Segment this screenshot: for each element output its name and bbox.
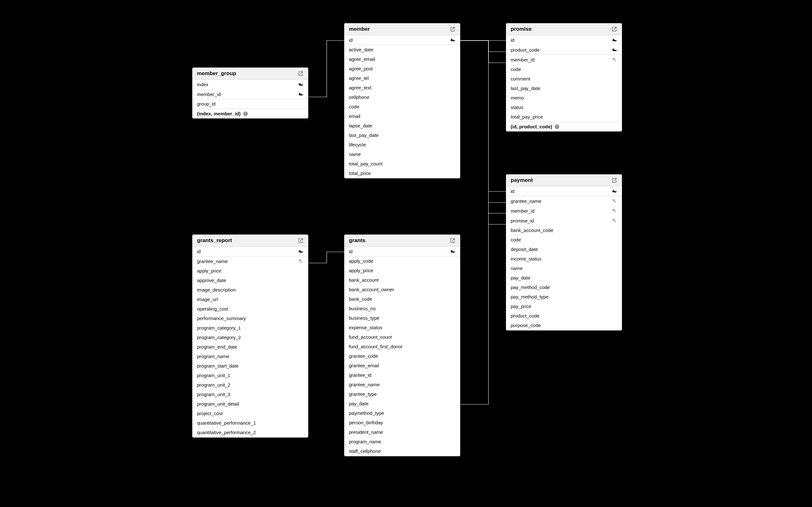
column-row[interactable]: member_id (506, 206, 622, 216)
column-row[interactable]: active_date (345, 45, 460, 55)
column-row[interactable]: fund_account_first_donor (345, 342, 460, 351)
open-external-icon[interactable] (612, 177, 617, 183)
column-row[interactable]: group_id (193, 99, 308, 109)
column-row[interactable]: grantee_email (345, 361, 460, 371)
column-row[interactable]: program_category_2 (193, 333, 308, 342)
column-row[interactable]: pay_method_code (506, 283, 622, 292)
column-row[interactable]: approve_date (193, 276, 308, 285)
column-row[interactable]: comment (506, 74, 622, 83)
table-grants[interactable]: grants idapply_codeapply_pricebank_accou… (344, 234, 460, 456)
column-row[interactable]: memo (506, 93, 622, 103)
column-name: program_category_1 (197, 325, 304, 331)
open-external-icon[interactable] (298, 71, 304, 76)
erd-canvas[interactable]: member_group indexmember_idgroup_id (ind… (0, 0, 812, 507)
column-row[interactable]: image_description (193, 285, 308, 295)
column-row[interactable]: product_code (506, 45, 622, 55)
column-row[interactable]: email (345, 112, 460, 121)
column-row[interactable]: program_name (345, 437, 460, 447)
column-row[interactable]: performance_summary (193, 314, 308, 323)
column-row[interactable]: apply_code (345, 257, 460, 266)
column-row[interactable]: bank_account_code (506, 226, 622, 235)
column-row[interactable]: apply_price (193, 266, 308, 276)
column-row[interactable]: income_status (506, 254, 622, 264)
column-row[interactable]: operating_cost (193, 304, 308, 314)
column-row[interactable]: agree_tel (345, 73, 460, 83)
column-row[interactable]: index (193, 79, 308, 89)
column-row[interactable]: pay_price (506, 302, 622, 311)
column-row[interactable]: grantee_name (506, 196, 622, 206)
column-row[interactable]: project_cost (193, 409, 308, 418)
column-row[interactable]: member_id (506, 55, 622, 65)
column-row[interactable]: status (506, 103, 622, 112)
column-row[interactable]: total_pay_count (345, 159, 460, 169)
column-row[interactable]: grantee_name (345, 380, 460, 389)
info-icon[interactable]: i (555, 124, 559, 129)
column-row[interactable]: program_start_date (193, 361, 308, 371)
table-member-group[interactable]: member_group indexmember_idgroup_id (ind… (192, 67, 308, 118)
column-row[interactable]: bank_account (345, 275, 460, 285)
column-row[interactable]: program_category_1 (193, 323, 308, 333)
column-row[interactable]: id (345, 246, 460, 257)
column-row[interactable]: last_pay_date (506, 83, 622, 93)
column-row[interactable]: program_unit_3 (193, 390, 308, 399)
column-row[interactable]: president_name (345, 428, 460, 437)
table-promise[interactable]: promise idproduct_codemember_idcodecomme… (506, 23, 622, 131)
column-row[interactable]: program_unit_detail (193, 399, 308, 409)
column-row[interactable]: id (193, 246, 308, 257)
column-row[interactable]: quantitative_performance_1 (193, 418, 308, 428)
column-row[interactable]: id (345, 35, 460, 45)
table-payment[interactable]: payment idgrantee_namemember_idpromise_i… (506, 174, 622, 331)
column-row[interactable]: agree_email (345, 55, 460, 64)
column-row[interactable]: promise_id (506, 216, 622, 226)
column-row[interactable]: pay_method_type (506, 292, 622, 302)
column-row[interactable]: total_price (345, 169, 460, 178)
column-row[interactable]: code (506, 235, 622, 245)
open-external-icon[interactable] (298, 238, 304, 243)
column-row[interactable]: program_unit_2 (193, 380, 308, 390)
column-row[interactable]: id (506, 35, 622, 45)
column-row[interactable]: last_pay_date (345, 130, 460, 140)
column-row[interactable]: cellphone (345, 93, 460, 102)
column-row[interactable]: expense_status (345, 323, 460, 332)
column-row[interactable]: name (506, 264, 622, 273)
table-grants-report[interactable]: grants_report idgrantee_nameapply_pricea… (192, 234, 308, 438)
column-row[interactable]: code (506, 65, 622, 74)
column-row[interactable]: business_no (345, 304, 460, 314)
column-row[interactable]: total_pay_price (506, 112, 622, 122)
column-row[interactable]: program_unit_1 (193, 371, 308, 380)
column-row[interactable]: agree_text (345, 83, 460, 93)
column-row[interactable]: image_url (193, 295, 308, 304)
open-external-icon[interactable] (450, 26, 455, 32)
column-row[interactable]: name (345, 150, 460, 159)
column-row[interactable]: quantitative_performance_2 (193, 428, 308, 437)
table-member[interactable]: member idactive_dateagree_emailagree_pos… (344, 23, 460, 178)
open-external-icon[interactable] (450, 238, 455, 243)
open-external-icon[interactable] (612, 26, 617, 32)
column-row[interactable]: fund_account_count (345, 332, 460, 342)
column-row[interactable]: paymethod_type (345, 408, 460, 418)
column-row[interactable]: staff_cellphone (345, 447, 460, 456)
column-row[interactable]: agree_post (345, 64, 460, 73)
column-row[interactable]: deposit_date (506, 245, 622, 254)
column-row[interactable]: grantee_name (193, 257, 308, 266)
column-row[interactable]: grantee_type (345, 389, 460, 399)
column-row[interactable]: business_type (345, 314, 460, 323)
column-row[interactable]: lapse_date (345, 121, 460, 130)
column-row[interactable]: apply_price (345, 266, 460, 275)
column-row[interactable]: grantee_code (345, 351, 460, 361)
column-row[interactable]: person_birthday (345, 418, 460, 428)
column-row[interactable]: program_name (193, 352, 308, 361)
column-row[interactable]: bank_account_owner (345, 285, 460, 294)
column-row[interactable]: pay_date (345, 399, 460, 408)
column-row[interactable]: purpose_code (506, 321, 622, 330)
column-row[interactable]: grantee_id (345, 371, 460, 380)
column-row[interactable]: member_id (193, 89, 308, 99)
column-row[interactable]: id (506, 186, 622, 196)
column-row[interactable]: code (345, 102, 460, 112)
column-row[interactable]: lifecycle (345, 140, 460, 150)
column-row[interactable]: bank_code (345, 294, 460, 304)
info-icon[interactable]: i (243, 112, 248, 116)
column-row[interactable]: program_end_date (193, 342, 308, 352)
column-row[interactable]: product_code (506, 311, 622, 321)
column-row[interactable]: pay_date (506, 273, 622, 283)
